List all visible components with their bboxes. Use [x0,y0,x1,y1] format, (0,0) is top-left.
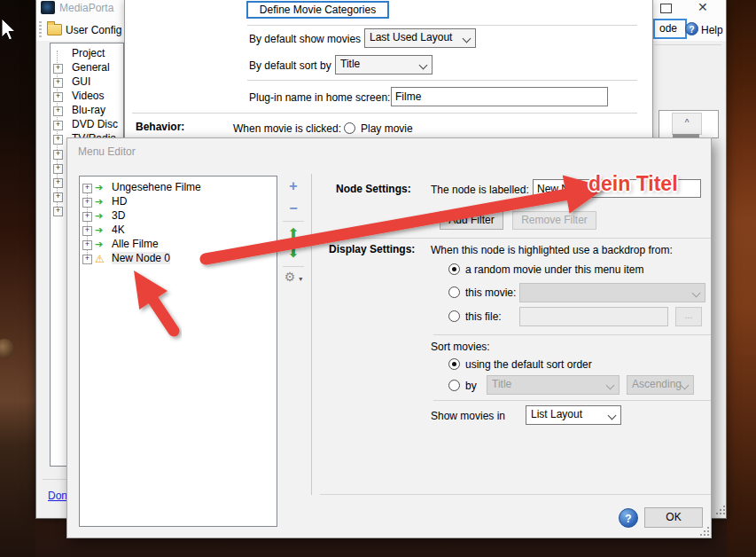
tree-item-alle-filme[interactable]: ➔ Alle Filme [80,238,257,252]
sort-field-select: Title [487,375,620,395]
browse-file-button: ... [675,307,702,326]
expand-plus-icon[interactable] [53,135,63,145]
plugin-name-input[interactable] [391,87,608,106]
gear-menu-button[interactable]: ⚙ ▾ [278,270,308,284]
add-filter-button[interactable]: Add Filter [440,211,503,230]
divider [320,238,712,239]
nav-item-dvd[interactable]: DVD Disc [51,118,124,132]
when-clicked-label: When movie is clicked: [233,122,341,135]
nav-item-project[interactable]: Project [51,47,124,61]
tree-item-ungesehene-filme[interactable]: ➔ Ungesehene Filme [80,181,257,195]
define-movie-categories-button[interactable]: Define Movie Categories [246,1,389,19]
sort-by-label: by [465,380,477,392]
menu-editor-title: Menu Editor [78,145,136,158]
divider [320,494,712,495]
scroll-up-button[interactable]: ^ [672,113,702,135]
divider [654,44,721,45]
green-arrow-icon: ➔ [95,210,103,222]
expand-plus-icon[interactable] [53,64,63,74]
show-movies-label: Show movies in [431,410,505,422]
display-settings-label: Display Settings: [329,243,415,255]
resize-grip[interactable] [715,505,726,515]
sort-movies-caption: Sort movies: [431,341,490,353]
node-label-caption: The node is labelled: [431,184,529,196]
tree-item-4k[interactable]: ➔ 4K [80,224,257,238]
tree-item-hd[interactable]: ➔ HD [80,195,257,209]
nav-item-gui[interactable]: GUI [51,75,124,90]
plugin-name-label: Plug-in name in home screen: [249,91,390,104]
nav-item-general[interactable]: General [51,61,124,75]
divider [433,334,712,335]
resize-grip[interactable] [699,526,710,537]
backdrop-random-radio[interactable] [448,263,460,275]
expand-plus-icon[interactable] [82,184,92,193]
annotation-text: dein Titel [588,172,678,196]
help-button[interactable]: Help [701,24,723,36]
expand-plus-icon[interactable] [82,198,92,208]
mediaportal-logo-icon [41,1,55,14]
layout-select[interactable]: Last Used Layout [364,28,476,48]
sort-by-radio[interactable] [448,380,460,391]
mode-button[interactable]: ode [653,19,687,39]
expand-plus-icon[interactable] [82,255,92,264]
expand-plus-icon[interactable] [53,164,63,174]
backdrop-random-label: a random movie under this menu item [465,263,643,276]
sort-by-select[interactable]: Title [335,55,433,75]
play-movie-radio[interactable] [344,122,355,134]
play-movie-label: Play movie [361,122,413,135]
nav-item-videos[interactable]: Videos [51,90,124,104]
backdrop-file-label: this file: [465,310,502,323]
green-arrow-icon: ➔ [95,239,103,250]
node-settings-label: Node Settings: [336,183,411,195]
backdrop-file-radio[interactable] [448,310,460,322]
green-arrow-icon: ➔ [95,196,103,208]
expand-plus-icon[interactable] [82,240,92,250]
help-button[interactable]: ? [619,508,638,528]
desktop-left-strip [0,0,35,557]
close-button[interactable]: ✕ [698,0,708,14]
expand-plus-icon[interactable] [53,207,63,216]
sort-direction-select: Ascending [627,375,694,395]
expand-plus-icon[interactable] [53,78,63,88]
expand-plus-icon[interactable] [53,178,63,188]
backdrop-file-input [519,307,668,326]
tree-item-3d[interactable]: ➔ 3D [80,209,257,224]
folder-icon [47,24,62,35]
default-sort-radio[interactable] [448,358,460,370]
ok-button[interactable]: OK [644,507,703,528]
move-down-button[interactable]: ⬇ [278,245,308,261]
divider [433,400,712,401]
toolbar-grip [39,21,42,37]
remove-node-button[interactable]: − [278,200,308,216]
backdrop-movie-radio[interactable] [448,286,460,298]
show-movies-select[interactable]: List Layout [526,405,621,425]
gear-icon: ⚙ [284,270,296,284]
warning-icon: ⚠ [95,253,105,265]
tree-item-new-node-0[interactable]: ⚠ New Node 0 [80,252,257,266]
menu-node-tree[interactable]: ➔ Ungesehene Filme ➔ HD ➔ 3D ➔ 4K ➔ Alle… [79,176,277,527]
move-up-button[interactable]: ⬆ [278,225,308,241]
nav-item-bluray[interactable]: Blu-ray [51,104,124,118]
divider [247,25,637,26]
expand-plus-icon[interactable] [82,226,92,236]
expand-plus-icon[interactable] [53,92,63,102]
expand-plus-icon[interactable] [53,121,63,130]
divider [132,113,637,114]
maximize-button[interactable] [660,4,672,13]
mouse-pointer [1,18,19,43]
green-arrow-icon: ➔ [95,224,103,236]
expand-plus-icon[interactable] [53,106,63,116]
expand-plus-icon[interactable] [82,212,92,222]
backdrop-caption: When this node is highlighted use a back… [431,244,673,256]
desktop: MediaPorta ✕ User Config ode ? Help Proj… [0,0,756,557]
expand-plus-icon[interactable] [53,150,63,160]
window-title: MediaPorta [59,2,113,14]
behavior-section-label: Behavior: [136,121,184,133]
scroll-panel-fragment: ^ [659,110,719,138]
add-node-button[interactable]: + [278,178,308,194]
divider [283,266,304,267]
expand-plus-icon[interactable] [53,192,63,202]
default-sort-label: using the default sort order [465,358,592,371]
backdrop-movie-label: this movie: [465,286,516,299]
green-arrow-icon: ➔ [95,182,103,193]
